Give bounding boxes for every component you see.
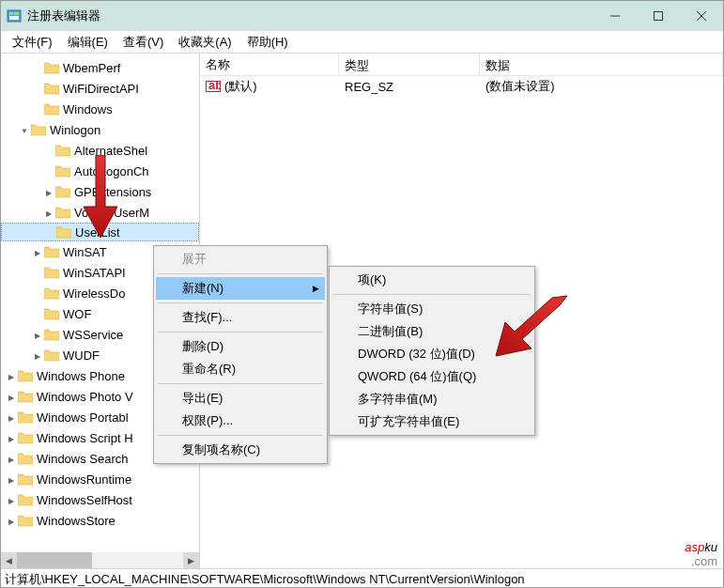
menu-separator xyxy=(158,302,323,303)
tree-item[interactable]: WindowsSelfHost xyxy=(1,489,199,510)
close-button[interactable] xyxy=(680,1,723,31)
tree-item-label: Windows Phone xyxy=(37,369,125,383)
expand-toggle[interactable] xyxy=(5,411,18,423)
menu-separator xyxy=(158,273,323,274)
expand-toggle[interactable] xyxy=(5,494,18,505)
expand-toggle[interactable] xyxy=(5,515,18,526)
menu-favorites[interactable]: 收藏夹(A) xyxy=(171,32,239,53)
tree-item-label: AlternateShel xyxy=(74,144,147,158)
scroll-right-icon[interactable]: ▶ xyxy=(183,552,199,568)
tree-item-label: AutoLogonCh xyxy=(74,164,149,178)
folder-icon xyxy=(44,266,59,279)
expand-toggle[interactable] xyxy=(31,349,44,361)
tree-item-label: WSService xyxy=(63,328,123,342)
expand-toggle[interactable] xyxy=(18,124,31,135)
menu-edit[interactable]: 编辑(E) xyxy=(60,32,116,53)
folder-icon xyxy=(55,206,70,219)
folder-icon xyxy=(55,144,70,157)
submenu-binary[interactable]: 二进制值(B) xyxy=(331,320,532,343)
menu-copy-key-name[interactable]: 复制项名称(C) xyxy=(156,439,325,461)
column-data[interactable]: 数据 xyxy=(480,54,723,75)
title-bar: 注册表编辑器 xyxy=(1,1,723,31)
menu-permissions[interactable]: 权限(P)... xyxy=(156,410,325,432)
submenu-string[interactable]: 字符串值(S) xyxy=(331,298,532,320)
menu-help[interactable]: 帮助(H) xyxy=(239,32,296,53)
tree-hscrollbar[interactable]: ◀ ▶ xyxy=(1,552,199,568)
tree-item[interactable]: UserList xyxy=(1,223,199,241)
folder-icon xyxy=(18,514,33,527)
svg-rect-5 xyxy=(655,12,663,21)
expand-toggle[interactable] xyxy=(5,391,18,402)
svg-rect-3 xyxy=(9,16,19,20)
tree-item-label: Windows Portabl xyxy=(37,410,129,425)
watermark-com: .com xyxy=(685,554,717,568)
tree-item[interactable]: WbemPerf xyxy=(1,57,199,78)
submenu-multistring[interactable]: 多字符串值(M) xyxy=(331,388,532,410)
menu-find[interactable]: 查找(F)... xyxy=(156,306,325,329)
svg-rect-1 xyxy=(9,12,13,15)
tree-item-label: WindowsSelfHost xyxy=(37,493,132,507)
submenu-arrow-icon: ▶ xyxy=(313,284,319,293)
watermark-asp: asp xyxy=(685,540,704,554)
menu-delete[interactable]: 删除(D) xyxy=(156,335,325,358)
value-name: (默认) xyxy=(224,78,257,95)
tree-item[interactable]: AlternateShel xyxy=(1,140,199,161)
menu-separator xyxy=(158,435,323,436)
folder-icon xyxy=(56,225,71,239)
tree-item-label: Winlogon xyxy=(50,123,100,137)
value-data: (数值未设置) xyxy=(480,78,723,95)
tree-item-label: GPExtensions xyxy=(74,185,151,199)
folder-icon xyxy=(18,452,33,465)
expand-toggle[interactable] xyxy=(5,473,18,485)
maximize-button[interactable] xyxy=(637,1,680,31)
tree-item[interactable]: WiFiDirectAPI xyxy=(1,78,199,99)
expand-toggle[interactable] xyxy=(42,207,55,218)
menu-view[interactable]: 查看(V) xyxy=(116,32,171,53)
tree-item-label: WindowsStore xyxy=(37,514,116,528)
context-submenu-new: 项(K) 字符串值(S) 二进制值(B) DWORD (32 位)值(D) QW… xyxy=(329,266,535,436)
submenu-key[interactable]: 项(K) xyxy=(331,269,532,291)
tree-item-label: WinSAT xyxy=(63,245,107,259)
scroll-thumb[interactable] xyxy=(17,552,92,568)
expand-toggle[interactable] xyxy=(31,329,44,340)
watermark: aspku.com xyxy=(685,528,717,568)
regedit-icon xyxy=(7,8,22,23)
tree-item[interactable]: VolatileUserM xyxy=(1,202,199,223)
folder-icon xyxy=(18,410,33,424)
tree-item[interactable]: GPExtensions xyxy=(1,181,199,202)
tree-item-label: WUDF xyxy=(63,348,100,363)
string-value-icon: ab xyxy=(206,79,221,94)
column-type[interactable]: 类型 xyxy=(339,54,480,75)
scroll-left-icon[interactable]: ◀ xyxy=(1,552,17,568)
expand-toggle[interactable] xyxy=(31,246,44,257)
menu-file[interactable]: 文件(F) xyxy=(5,32,60,53)
submenu-dword[interactable]: DWORD (32 位)值(D) xyxy=(331,343,532,365)
watermark-ku: ku xyxy=(704,540,717,554)
tree-item[interactable]: WindowsStore xyxy=(1,510,199,531)
tree-item[interactable]: Winlogon xyxy=(1,119,199,140)
folder-icon xyxy=(18,369,33,382)
expand-toggle[interactable] xyxy=(42,186,55,197)
menu-separator xyxy=(158,383,323,384)
tree-item[interactable]: AutoLogonCh xyxy=(1,161,199,181)
tree-item[interactable]: WindowsRuntime xyxy=(1,469,199,489)
folder-icon xyxy=(44,82,59,95)
tree-item-label: Windows Script H xyxy=(37,431,133,445)
menu-new[interactable]: 新建(N) ▶ xyxy=(156,277,325,300)
folder-icon xyxy=(44,61,59,74)
column-name[interactable]: 名称 xyxy=(200,54,339,75)
tree-item-label: UserList xyxy=(75,225,120,240)
list-item[interactable]: ab (默认) REG_SZ (数值未设置) xyxy=(200,76,723,97)
tree-item-label: WindowsRuntime xyxy=(37,472,131,487)
minimize-button[interactable] xyxy=(593,1,637,31)
expand-toggle[interactable] xyxy=(5,370,18,381)
expand-toggle[interactable] xyxy=(5,453,18,464)
menu-separator xyxy=(158,332,323,333)
window-title: 注册表编辑器 xyxy=(27,8,593,24)
menu-rename[interactable]: 重命名(R) xyxy=(156,358,325,380)
menu-export[interactable]: 导出(E) xyxy=(156,387,325,410)
submenu-qword[interactable]: QWORD (64 位)值(Q) xyxy=(331,365,532,388)
expand-toggle[interactable] xyxy=(5,432,18,443)
submenu-expandable[interactable]: 可扩充字符串值(E) xyxy=(331,410,532,433)
tree-item[interactable]: Windows xyxy=(1,99,199,119)
